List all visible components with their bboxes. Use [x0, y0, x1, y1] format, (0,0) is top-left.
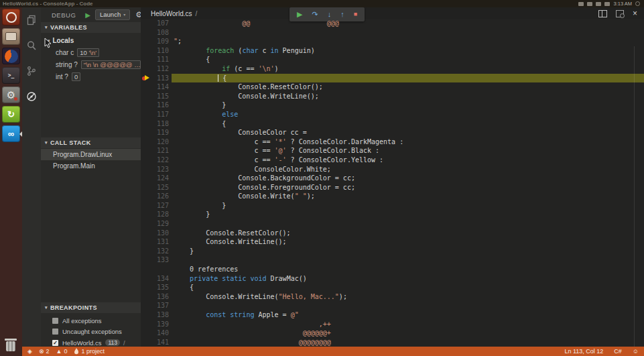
line-number[interactable]: 135	[150, 283, 172, 292]
language-mode[interactable]: C#	[614, 348, 622, 355]
line-number[interactable]: 122	[150, 156, 172, 165]
software-launcher-icon[interactable]: ↻	[2, 106, 20, 123]
code-line-118[interactable]: 118 {	[141, 119, 644, 129]
code-line-129[interactable]: 129	[141, 219, 644, 229]
code-line-126[interactable]: 126 Console.Write(" ");	[141, 192, 644, 201]
line-number[interactable]: 132	[150, 247, 172, 256]
line-number[interactable]: 128	[150, 210, 172, 219]
line-number[interactable]: 115	[150, 92, 172, 101]
code-line-114[interactable]: 114 Console.ResetColor();	[141, 82, 644, 92]
code-line-110[interactable]: 110 foreach (char c in Penguin)	[141, 46, 644, 56]
call-stack-section-header[interactable]: ▾ CALL STACK	[41, 137, 141, 148]
code-line-127[interactable]: 127 }	[141, 201, 644, 211]
settings-launcher-icon[interactable]: ⚙	[2, 86, 20, 103]
line-number[interactable]: 129	[150, 219, 172, 229]
code-line-108[interactable]: 108	[141, 28, 644, 38]
checkbox-unchecked[interactable]	[52, 318, 58, 324]
close-icon[interactable]: ×	[633, 9, 637, 17]
breakpoint-row[interactable]: All exceptions	[41, 315, 141, 326]
line-number[interactable]: 140	[150, 329, 172, 338]
network-icon[interactable]	[578, 2, 584, 6]
ubuntu-dash-launcher-icon[interactable]	[2, 9, 20, 25]
line-number[interactable]: 116	[150, 101, 172, 110]
code-line-141[interactable]: 141 @@@@@@@@	[141, 338, 644, 347]
warnings-indicator[interactable]: ▲ 0	[56, 348, 67, 355]
line-number[interactable]: 141	[150, 338, 172, 347]
code-line-132[interactable]: 132 }	[141, 247, 644, 256]
line-number[interactable]: 110	[150, 46, 172, 56]
line-number[interactable]: 133	[150, 255, 172, 265]
clock[interactable]: 3:13 AM	[613, 1, 632, 7]
cursor-position[interactable]: Ln 113, Col 12	[564, 348, 603, 355]
line-number[interactable]: 125	[150, 183, 172, 192]
gutter[interactable]	[141, 146, 150, 156]
split-editor-icon[interactable]	[598, 10, 607, 17]
variable-row[interactable]: char c10 '\n'	[41, 46, 141, 58]
code-line-135[interactable]: 135 {	[141, 283, 644, 292]
stack-frame[interactable]: Program.Main	[41, 160, 141, 172]
gutter[interactable]	[141, 101, 150, 110]
line-number[interactable]: 137	[150, 301, 172, 310]
gutter[interactable]	[141, 329, 150, 338]
search-icon[interactable]	[22, 33, 41, 58]
gutter[interactable]	[141, 237, 150, 247]
line-number[interactable]: 119	[150, 128, 172, 137]
step-into-button[interactable]: ↓	[328, 11, 332, 18]
gutter[interactable]	[141, 64, 150, 74]
gutter[interactable]	[141, 28, 150, 38]
line-number[interactable]: 121	[150, 146, 172, 156]
code-line-138[interactable]: 138 const string Apple = @"	[141, 310, 644, 320]
line-number[interactable]: 107	[150, 19, 172, 28]
gutter[interactable]	[141, 247, 150, 256]
start-debug-icon[interactable]: ▶	[85, 11, 90, 19]
gutter[interactable]	[141, 301, 150, 310]
code-line-120[interactable]: 120 c == '*' ? ConsoleColor.DarkMagenta …	[141, 137, 644, 147]
trash-icon[interactable]	[4, 339, 17, 353]
gutter[interactable]	[141, 320, 150, 329]
code-line-125[interactable]: 125 Console.ForegroundColor = cc;	[141, 183, 644, 192]
code-line-117[interactable]: 117 else	[141, 110, 644, 119]
gutter[interactable]	[141, 201, 150, 211]
gutter[interactable]	[141, 183, 150, 192]
vscode-launcher-icon[interactable]: ∞	[2, 125, 20, 142]
code-line-115[interactable]: 115 Console.WriteLine();	[141, 92, 644, 101]
code-line-130[interactable]: 130 Console.ResetColor();	[141, 229, 644, 238]
editor-scrollbar[interactable]	[634, 46, 644, 347]
line-number[interactable]: 126	[150, 192, 172, 201]
omnisharp-project[interactable]: 1 project	[74, 348, 105, 355]
gutter[interactable]	[141, 255, 150, 265]
explorer-icon[interactable]	[22, 7, 41, 33]
checkbox-checked[interactable]: ✓	[52, 340, 58, 346]
gutter[interactable]	[141, 229, 150, 238]
source-control-icon[interactable]	[22, 58, 41, 84]
gutter[interactable]	[141, 128, 150, 137]
line-number[interactable]: 131	[150, 237, 172, 247]
variable-row[interactable]: string ?"\n \n @@@@@ …"	[41, 58, 141, 70]
breakpoints-section-header[interactable]: ▾ BREAKPOINTS	[41, 302, 141, 313]
errors-indicator[interactable]: ⊗ 2	[39, 348, 50, 355]
continue-button[interactable]: ▶	[297, 11, 302, 18]
line-number[interactable]: 130	[150, 229, 172, 238]
open-preview-icon[interactable]	[616, 10, 624, 17]
code-line-137[interactable]: 137	[141, 301, 644, 310]
gutter[interactable]	[141, 165, 150, 174]
code-line-119[interactable]: 119 ConsoleColor cc =	[141, 128, 644, 137]
tab-helloworld[interactable]: HelloWorld.cs/	[151, 10, 197, 17]
step-over-button[interactable]: ↷	[312, 11, 318, 18]
line-number[interactable]: 139	[150, 320, 172, 329]
line-number[interactable]: 109	[150, 37, 172, 46]
code-line-133[interactable]: 133	[141, 255, 644, 265]
code-line-136[interactable]: 136 Console.WriteLine("Hello, Mac...");	[141, 292, 644, 302]
gutter[interactable]	[141, 137, 150, 147]
gutter[interactable]	[141, 219, 150, 229]
line-number[interactable]: 111	[150, 55, 172, 64]
debug-icon[interactable]	[22, 84, 41, 109]
gutter[interactable]	[141, 82, 150, 92]
line-number[interactable]: 108	[150, 28, 172, 38]
line-number[interactable]: 117	[150, 110, 172, 119]
session-menu-icon[interactable]	[635, 1, 640, 6]
variables-scope-locals[interactable]: ▾ Locals	[41, 35, 141, 46]
variable-row[interactable]: int ?0	[41, 70, 141, 82]
code-line-128[interactable]: 128 }	[141, 210, 644, 219]
terminal-launcher-icon[interactable]: >_	[2, 67, 20, 84]
